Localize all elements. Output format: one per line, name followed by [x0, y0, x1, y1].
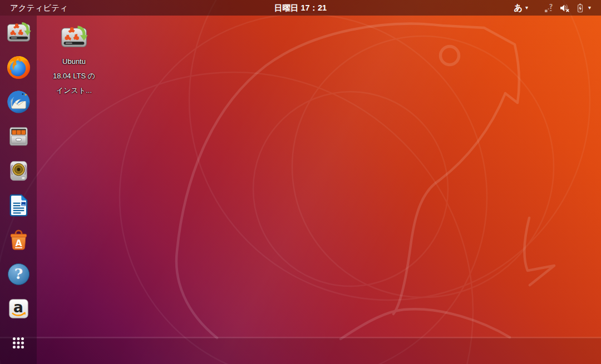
- help-icon: ?: [6, 261, 32, 287]
- files-icon: [6, 123, 32, 149]
- dock-item-rhythmbox[interactable]: [1, 153, 36, 188]
- dock-item-ubuntu-software[interactable]: A: [1, 222, 36, 257]
- dock-item-ubuntu-installer[interactable]: [1, 16, 36, 50]
- svg-text:?: ?: [549, 3, 553, 11]
- dock: A ? a: [0, 16, 37, 364]
- dock-item-thunderbird[interactable]: [1, 84, 36, 119]
- dock-item-help[interactable]: ?: [1, 257, 36, 291]
- network-unknown-icon: ?: [544, 3, 554, 13]
- dock-item-libreoffice-writer[interactable]: [1, 188, 36, 222]
- system-status-icons: ?: [544, 3, 585, 13]
- input-method-label: あ: [514, 3, 523, 13]
- svg-text:?: ?: [14, 265, 22, 282]
- ubuntu-desktop: アクティビティ 日曜日 17：21 あ ▾ ?: [0, 0, 601, 364]
- dock-item-firefox[interactable]: [1, 50, 36, 84]
- dock-item-show-applications[interactable]: [1, 326, 36, 360]
- system-menu-button[interactable]: ?: [539, 3, 595, 13]
- thunderbird-icon: [6, 89, 32, 115]
- desktop-icon-ubuntu-installer[interactable]: Ubuntu 18.04 LTS の インスト...: [46, 23, 102, 98]
- chevron-down-icon: ▾: [525, 5, 528, 11]
- ubuntu-installer-icon: [60, 23, 88, 52]
- svg-text:a: a: [13, 298, 23, 316]
- amazon-icon: a: [6, 296, 32, 322]
- chevron-down-icon: ▾: [588, 5, 591, 11]
- wallpaper-ground-shade: [0, 338, 601, 364]
- svg-text:A: A: [15, 238, 22, 248]
- volume-muted-icon: [559, 3, 570, 13]
- input-method-button[interactable]: あ ▾: [510, 3, 533, 13]
- firefox-icon: [6, 54, 32, 81]
- ubuntu-installer-icon: [6, 20, 32, 46]
- libreoffice-writer-icon: [6, 192, 32, 218]
- show-applications-icon: [8, 333, 28, 353]
- dock-item-files[interactable]: [1, 119, 36, 153]
- ubuntu-software-icon: A: [6, 227, 32, 253]
- top-bar: アクティビティ 日曜日 17：21 あ ▾ ?: [0, 0, 601, 16]
- activities-button[interactable]: アクティビティ: [6, 0, 72, 16]
- rhythmbox-icon: [6, 158, 32, 184]
- battery-charging-icon: [575, 3, 585, 13]
- desktop-icon-label: Ubuntu 18.04 LTS の インスト...: [53, 54, 95, 98]
- clock-button[interactable]: 日曜日 17：21: [270, 0, 331, 16]
- dock-item-amazon[interactable]: a: [1, 291, 36, 326]
- topbar-right-section: あ ▾ ?: [510, 3, 595, 13]
